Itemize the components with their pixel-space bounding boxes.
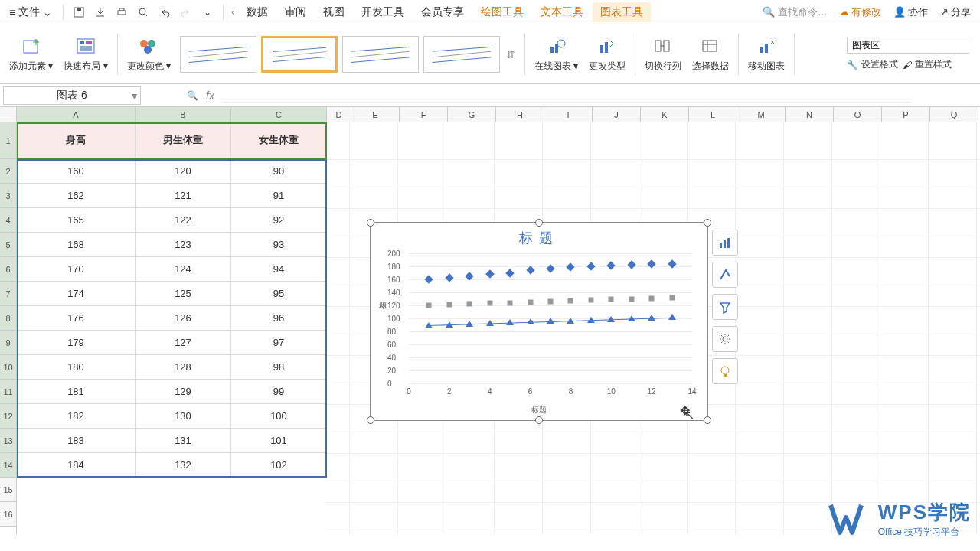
row-header[interactable]: 6 bbox=[0, 257, 16, 282]
resize-handle[interactable] bbox=[367, 219, 374, 227]
save-icon[interactable] bbox=[70, 3, 88, 21]
col-header[interactable]: M bbox=[737, 107, 786, 122]
add-element-button[interactable]: 添加元素 ▾ bbox=[5, 32, 57, 76]
fx-icon[interactable]: fx bbox=[206, 90, 214, 102]
row-header[interactable]: 13 bbox=[0, 429, 16, 453]
resize-handle[interactable] bbox=[704, 219, 711, 227]
chart-filter-icon[interactable] bbox=[712, 294, 738, 320]
cell[interactable]: 179 bbox=[17, 331, 136, 355]
row-header[interactable]: 14 bbox=[0, 453, 16, 478]
online-chart-button[interactable]: 在线图表 ▾ bbox=[530, 32, 583, 76]
chart-tips-icon[interactable] bbox=[712, 358, 738, 384]
resize-handle[interactable] bbox=[535, 219, 543, 227]
print-icon[interactable] bbox=[113, 3, 131, 21]
col-header[interactable]: E bbox=[351, 107, 400, 122]
row-header[interactable]: 2 bbox=[0, 159, 16, 184]
cell[interactable]: 131 bbox=[136, 429, 231, 453]
col-header[interactable]: P bbox=[882, 107, 930, 122]
set-format-button[interactable]: 🔧设置格式 bbox=[847, 58, 898, 71]
row-header[interactable]: 8 bbox=[0, 306, 16, 331]
row-header[interactable]: 5 bbox=[0, 233, 16, 257]
resize-handle[interactable] bbox=[535, 416, 543, 424]
cell[interactable]: 身高 bbox=[17, 122, 136, 159]
share-button[interactable]: ↗ 分享 bbox=[936, 5, 975, 19]
undo-icon[interactable] bbox=[155, 3, 174, 21]
chart-elements-icon[interactable] bbox=[712, 230, 738, 256]
cell[interactable]: 120 bbox=[136, 159, 231, 184]
cell[interactable]: 男生体重 bbox=[136, 122, 231, 159]
row-header[interactable]: 4 bbox=[0, 208, 16, 233]
tab-5[interactable]: 绘图工具 bbox=[473, 2, 531, 22]
cell[interactable]: 184 bbox=[17, 453, 136, 478]
col-header[interactable]: D bbox=[327, 107, 351, 122]
tab-0[interactable]: 数据 bbox=[239, 2, 276, 22]
tab-prev-icon[interactable]: ‹ bbox=[230, 7, 236, 18]
cell[interactable]: 96 bbox=[231, 306, 327, 331]
reset-style-button[interactable]: 🖌重置样式 bbox=[903, 58, 952, 71]
cell[interactable]: 95 bbox=[231, 282, 327, 306]
cell[interactable]: 90 bbox=[231, 159, 327, 184]
cell[interactable]: 99 bbox=[231, 380, 327, 404]
quick-layout-button[interactable]: 快速布局 ▾ bbox=[59, 32, 112, 76]
chart-title[interactable]: 标题 bbox=[371, 223, 707, 253]
cell[interactable]: 180 bbox=[17, 355, 136, 380]
collab-button[interactable]: 👤 协作 bbox=[889, 5, 933, 19]
cell[interactable]: 183 bbox=[17, 429, 136, 453]
resize-handle[interactable] bbox=[704, 416, 711, 424]
zoom-out-icon[interactable]: 🔍 bbox=[187, 90, 198, 101]
formula-bar[interactable] bbox=[222, 89, 911, 103]
x-axis-label[interactable]: 标题 bbox=[371, 405, 707, 416]
switch-rowcol-button[interactable]: 切换行列 bbox=[640, 32, 686, 76]
col-header[interactable]: B bbox=[136, 107, 231, 122]
print-preview-icon[interactable] bbox=[134, 3, 152, 21]
search-box[interactable]: 🔍 查找命令… bbox=[763, 5, 831, 19]
cell[interactable]: 女生体重 bbox=[231, 122, 327, 159]
cell[interactable]: 121 bbox=[136, 184, 231, 208]
cell[interactable]: 181 bbox=[17, 380, 136, 404]
col-header[interactable]: F bbox=[400, 107, 448, 122]
col-header[interactable]: H bbox=[496, 107, 544, 122]
chart-settings-icon[interactable] bbox=[712, 326, 738, 352]
cell[interactable]: 101 bbox=[231, 429, 327, 453]
col-header[interactable]: C bbox=[231, 107, 327, 122]
chart-style-3[interactable] bbox=[342, 36, 419, 73]
row-header[interactable]: 11 bbox=[0, 380, 16, 404]
cell[interactable]: 162 bbox=[17, 184, 136, 208]
cell[interactable]: 93 bbox=[231, 233, 327, 257]
row-header[interactable]: 3 bbox=[0, 184, 16, 208]
changes-button[interactable]: ☁ 有修改 bbox=[835, 5, 886, 19]
row-header[interactable]: 10 bbox=[0, 355, 16, 380]
name-box[interactable]: 图表 6 ▾ bbox=[3, 86, 141, 105]
col-header[interactable]: I bbox=[544, 107, 593, 122]
move-chart-button[interactable]: 移动图表 bbox=[743, 32, 789, 76]
col-header[interactable]: O bbox=[834, 107, 882, 122]
tab-3[interactable]: 开发工具 bbox=[354, 2, 412, 22]
row-header[interactable]: 16 bbox=[0, 502, 16, 527]
col-header[interactable]: Q bbox=[930, 107, 978, 122]
cell[interactable]: 97 bbox=[231, 331, 327, 355]
cell[interactable]: 160 bbox=[17, 159, 136, 184]
file-menu[interactable]: ≡ 文件 ⌄ bbox=[5, 2, 57, 22]
tab-4[interactable]: 会员专享 bbox=[413, 2, 472, 22]
row-header[interactable]: 9 bbox=[0, 331, 16, 355]
qat-more-icon[interactable]: ⌄ bbox=[198, 3, 217, 21]
col-header[interactable]: J bbox=[593, 107, 641, 122]
cell[interactable]: 94 bbox=[231, 257, 327, 282]
col-header[interactable]: G bbox=[448, 107, 496, 122]
row-header[interactable]: 7 bbox=[0, 282, 16, 306]
cell[interactable]: 132 bbox=[136, 453, 231, 478]
chart-style-2[interactable] bbox=[261, 36, 338, 73]
col-header[interactable]: N bbox=[786, 107, 834, 122]
chart-area-input[interactable] bbox=[847, 37, 969, 54]
export-icon[interactable] bbox=[91, 3, 109, 21]
cell[interactable]: 98 bbox=[231, 355, 327, 380]
chart-style-4[interactable] bbox=[423, 36, 500, 73]
change-type-button[interactable]: 更改类型 bbox=[584, 32, 630, 76]
cell[interactable]: 91 bbox=[231, 184, 327, 208]
cell[interactable]: 102 bbox=[231, 453, 327, 478]
plot-area[interactable]: 02040608010012014016018020002468101214 bbox=[409, 253, 692, 383]
cell[interactable]: 122 bbox=[136, 208, 231, 233]
cell[interactable]: 128 bbox=[136, 355, 231, 380]
tab-1[interactable]: 审阅 bbox=[277, 2, 314, 22]
col-header[interactable]: K bbox=[641, 107, 689, 122]
